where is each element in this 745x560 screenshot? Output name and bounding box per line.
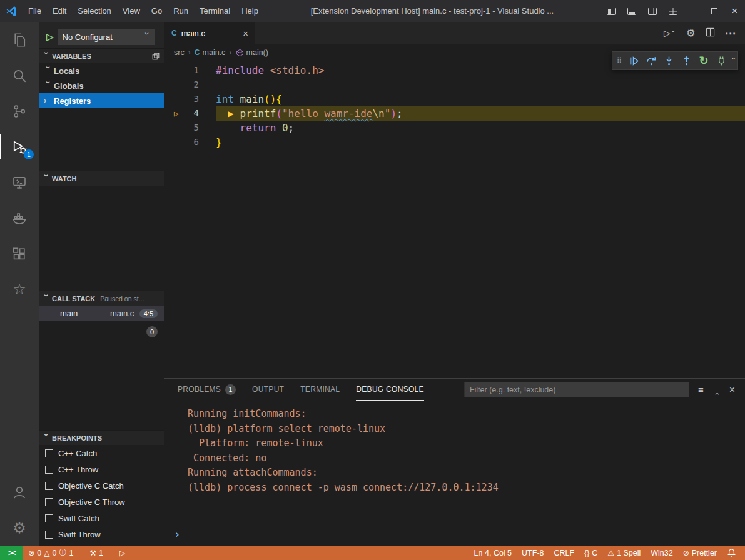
panel-tab-problems[interactable]: PROBLEMS1 [178,379,236,401]
breakpoint-checkbox[interactable] [45,531,53,539]
activity-search[interactable] [0,58,39,93]
activity-source-control[interactable] [0,93,39,129]
variables-action-icon[interactable] [151,52,160,61]
toggle-sidebar-icon[interactable] [601,0,621,22]
activity-favorites[interactable]: ☆ [0,271,39,307]
console-filter-input[interactable] [464,382,689,398]
cursor-position-status[interactable]: Ln 4, Col 5 [469,549,517,558]
breakpoint-item[interactable]: Objective C Throw [39,494,164,510]
debug-console-output[interactable]: Running initCommands:(lldb) platform sel… [164,401,745,495]
debug-launch-status[interactable]: ▷ [114,549,130,558]
problems-status[interactable]: ⊗0 △0 ⓘ1 [23,548,78,558]
breakpoint-checkbox[interactable] [45,514,53,522]
panel-tab-terminal[interactable]: TERMINAL [300,379,340,401]
line-number[interactable]: 2 [185,78,199,92]
breakpoint-item[interactable]: Swift Throw [39,526,164,542]
line-number[interactable]: 5 [185,121,199,135]
more-actions-icon[interactable]: ⋯ [725,27,736,40]
code-line-3[interactable]: 3int main(){ [164,92,745,106]
menu-run[interactable]: Run [168,0,194,22]
breakpoint-checkbox[interactable] [45,498,53,506]
eol-status[interactable]: CRLF [549,549,580,558]
line-number[interactable]: 6 [185,135,199,149]
line-number[interactable]: 3 [185,92,199,106]
activity-remote-explorer[interactable] [0,164,39,200]
breakpoint-item[interactable]: C++ Throw [39,461,164,478]
variables-item-globals[interactable]: ›Globals [39,78,164,93]
code-line-4[interactable]: ▷4 ▶ printf("hello wamr-ide\n"); [164,106,745,121]
panel-maximize-icon[interactable]: › [712,384,721,396]
menu-help[interactable]: Help [236,0,264,22]
tab-main-c[interactable]: C main.c × [164,22,255,44]
variables-item-locals[interactable]: ›Locals [39,63,164,78]
glyph-margin[interactable] [168,121,185,135]
start-debugging-icon[interactable]: ▷ [46,31,54,42]
menu-edit[interactable]: Edit [47,0,72,22]
spell-checker-status[interactable]: ⚠1 Spell [602,549,646,558]
breakpoint-checkbox[interactable] [45,449,53,458]
tab-close-icon[interactable]: × [243,28,248,39]
glyph-margin[interactable] [168,78,185,92]
breakpoint-item[interactable]: Swift Catch [39,510,164,526]
activity-docker[interactable] [0,200,39,236]
breadcrumb-main[interactable]: main() [236,48,268,57]
activity-settings[interactable]: ⚙ [0,510,39,546]
tools-status[interactable]: ⚒1 [84,549,108,558]
toggle-secondary-sidebar-icon[interactable] [642,0,662,22]
step-out-button[interactable] [677,52,695,69]
breakpoint-item[interactable]: C++ Catch [39,445,164,461]
toolbar-drag-handle[interactable]: ⠿ [614,52,625,69]
language-mode-status[interactable]: {}C [579,549,602,558]
editor-gear-icon[interactable]: ⚙ [686,27,696,40]
breadcrumb-main-c[interactable]: Cmain.c [195,48,226,57]
code-line-2[interactable]: 2 [164,78,745,92]
breakpoint-checkbox[interactable] [45,482,53,490]
menu-terminal[interactable]: Terminal [194,0,236,22]
step-over-button[interactable] [642,52,660,69]
menu-view[interactable]: View [117,0,146,22]
variables-item-registers[interactable]: ›Registers [39,93,164,108]
restart-button[interactable]: ↻ [695,52,712,69]
breadcrumb-src[interactable]: src [174,48,185,57]
encoding-status[interactable]: UTF-8 [517,549,549,558]
launch-config-dropdown[interactable]: No Configurat › [58,29,155,45]
console-prompt[interactable]: › [174,528,180,541]
panel-close-icon[interactable]: × [729,384,735,396]
debug-session-chevron-icon[interactable]: › [730,52,736,69]
glyph-margin[interactable] [168,63,185,78]
line-number[interactable]: 1 [185,63,199,78]
notifications-status[interactable] [722,548,745,558]
minimize-button[interactable] [683,0,704,22]
menu-selection[interactable]: Selection [72,0,116,22]
toggle-panel-icon[interactable] [621,0,642,22]
panel-tab-debug-console[interactable]: DEBUG CONSOLE [356,379,424,401]
continue-button[interactable] [625,52,642,69]
call-stack-frame[interactable]: mainmain.c4:5 [39,306,164,321]
code-editor[interactable]: 1#include <stdio.h>23int main(){▷4 ▶ pri… [164,61,745,378]
close-button[interactable]: × [724,0,745,22]
breakpoint-item[interactable]: Objective C Catch [39,478,164,494]
disconnect-button[interactable] [712,52,730,69]
call-stack-section-header[interactable]: › CALL STACK Paused on st... [39,291,164,306]
activity-run-and-debug[interactable]: 1 [0,129,39,164]
code-line-5[interactable]: 5 return 0; [164,121,745,135]
panel-tab-output[interactable]: OUTPUT [252,379,284,401]
activity-explorer[interactable] [0,22,39,58]
step-into-button[interactable] [660,52,677,69]
breakpoints-section-header[interactable]: › BREAKPOINTS [39,430,164,445]
current-line-arrow-icon[interactable]: ▷ [168,106,185,121]
maximize-button[interactable] [704,0,724,22]
glyph-margin[interactable] [168,135,185,149]
split-editor-icon[interactable] [706,28,715,39]
customize-layout-icon[interactable] [662,0,683,22]
breakpoint-checkbox[interactable] [45,466,53,474]
activity-accounts[interactable] [0,474,39,510]
run-file-button[interactable]: ▷› [664,28,676,38]
menu-go[interactable]: Go [146,0,168,22]
platform-status[interactable]: Win32 [646,549,677,558]
menu-file[interactable]: File [23,0,47,22]
remote-indicator[interactable]: >< [0,546,23,560]
prettier-status[interactable]: ⊘Prettier [678,549,722,558]
activity-extensions[interactable] [0,236,39,271]
console-options-icon[interactable]: ≡ [698,384,704,395]
